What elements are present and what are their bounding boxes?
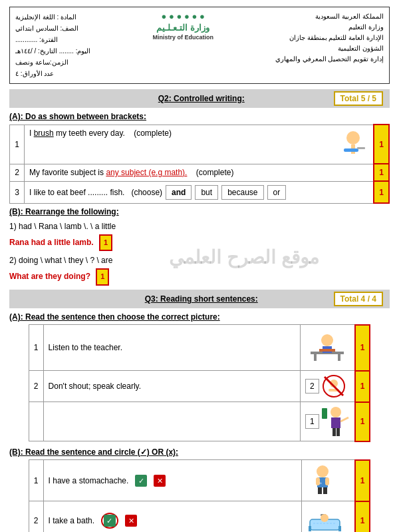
score: 1 (355, 325, 370, 371)
answer-text: any subject (e.g math). (106, 168, 187, 177)
score: 1 (355, 371, 370, 402)
q3b-table: 1 I have a stomachache. ✓ ✕ (29, 459, 371, 532)
q2-total: Total 5 / 5 (334, 91, 383, 106)
table-row: 1 I have a stomachache. ✓ ✕ (29, 460, 370, 501)
date-label: اليوم: ........ التاريخ: / /١٤٤هـ (15, 45, 90, 57)
svg-rect-23 (325, 477, 329, 485)
q2b-item1-answer: Rana had a little lamb. 1 (9, 234, 390, 252)
eval-label: إدارة تقويم التحصيل المعرفي والمهاري (275, 54, 384, 65)
svg-line-16 (340, 417, 348, 421)
score: 1 (374, 181, 389, 203)
score: 1 (355, 501, 370, 532)
svg-rect-19 (322, 408, 327, 419)
table-row: 3 I like to eat beef ......... fish. (ch… (10, 181, 390, 203)
pic-cell (301, 325, 355, 371)
choice-or: or (267, 185, 287, 200)
row-num: 3 (10, 181, 25, 203)
row-sentence: I take a bath. ✓ ✕ (43, 501, 302, 532)
svg-point-32 (321, 514, 329, 522)
header-center: ● ● ● ● ● ● وزارة التـعـلـيم Ministry of… (152, 11, 213, 41)
row-content: My favorite subject is any subject (e.g … (25, 164, 374, 181)
table-row: 2 My favorite subject is any subject (e.… (10, 164, 390, 181)
q2b-score1: 1 (99, 234, 112, 252)
q3a-title: (A): Read the sentence then choose the c… (9, 312, 390, 322)
q2b-item2-answer: What are they doing? 1 (9, 268, 390, 286)
row3-inner: 2 (305, 374, 350, 398)
svg-rect-24 (318, 487, 322, 494)
table-row: 2 I take a bath. ✓ ✕ (29, 501, 370, 532)
table-row: 1 1 (29, 402, 370, 441)
q3b-title: (B): Read the sentence and circle (✓) OR… (9, 447, 390, 457)
sentence-text: I like to eat beef ......... fish. (choo… (29, 188, 162, 197)
country-label: المملكة العربية السعودية (275, 11, 384, 22)
q2-bar: Q2: Controlled writing: Total 5 / 5 (9, 89, 390, 108)
circled-check: ✓ (101, 513, 118, 529)
choice-because: because (221, 185, 263, 200)
row-num: 1 (29, 460, 43, 501)
term-label: الفترة: ............ (15, 34, 90, 45)
svg-rect-29 (338, 526, 341, 531)
svg-rect-6 (338, 354, 340, 361)
region-label: الإدارة العامة للتعليم بمنطقة جازان (275, 33, 384, 43)
svg-rect-28 (309, 526, 311, 531)
svg-rect-17 (332, 428, 336, 436)
check-icon: ✓ (135, 475, 147, 487)
svg-point-20 (317, 465, 329, 477)
row-num: 1 (29, 325, 43, 371)
row-num: 2 (10, 164, 25, 181)
svg-rect-18 (336, 428, 340, 436)
score: 1 (374, 164, 389, 181)
pic-cell: 2 (301, 371, 355, 402)
pic-cell: ≈ (302, 460, 355, 501)
svg-text:≈: ≈ (319, 481, 322, 485)
svg-point-14 (331, 407, 341, 417)
row-content: I like to eat beef ......... fish. (choo… (25, 181, 374, 203)
svg-rect-9 (319, 349, 335, 352)
q2b-item2-prompt: 2) doing \ what \ they \ ? \ are (9, 254, 390, 268)
answer-red-text2: What are they doing? (9, 272, 90, 281)
answer-red-text: Rana had a little lamb. (9, 238, 94, 247)
row-num: 1 (10, 125, 25, 164)
svg-rect-25 (323, 487, 327, 494)
row-content: I brush my teeth every day. (complete) (25, 125, 374, 164)
score: 1 (374, 125, 389, 164)
x-icon: ✕ (154, 475, 166, 487)
papers-label: عدد الأوراق: ٤ (15, 68, 90, 79)
q3-bar: Q3: Reading short sentences: Total 4 / 4 (9, 290, 390, 308)
row-sentence: Listen to the teacher. (43, 325, 300, 371)
ministry-english: Ministry of Education (152, 34, 213, 42)
q3-title: Q3: Reading short sentences: (145, 294, 258, 304)
row-sentence: I have a stomachache. ✓ ✕ (43, 460, 302, 501)
score: 1 (355, 402, 370, 441)
time-label: الزمن:ساعة ونصف (15, 57, 90, 68)
header-left: المادة : اللغة الإنجليزية الصف: السادس ا… (15, 11, 90, 79)
table-row: 1 I brush my teeth every day. (complete)… (10, 125, 390, 164)
svg-rect-5 (314, 354, 317, 361)
dots-decoration: ● ● ● ● ● ● (152, 11, 213, 23)
table-row: 1 Listen to the teacher. 1 (29, 325, 370, 371)
q2b-content: 1) had \ Rana \ lamb \. \ a little Rana … (9, 220, 390, 286)
svg-rect-15 (331, 417, 340, 428)
q2a-title: (A): Do as shown between brackets: (9, 112, 390, 121)
pic-cell (302, 501, 355, 532)
q2-title: Q2: Controlled writing: (158, 94, 245, 103)
row3-inner-2: 1 (305, 405, 350, 437)
inner-num-2: 1 (305, 414, 319, 429)
inner-num: 2 (305, 379, 319, 394)
underlined-word: brush (34, 129, 54, 138)
row-sentence (43, 402, 300, 441)
choice-row: I like to eat beef ......... fish. (choo… (29, 185, 368, 200)
subject-label: المادة : اللغة الإنجليزية (15, 11, 90, 23)
q3a-table: 1 Listen to the teacher. 1 (29, 324, 371, 442)
q2a-table: 1 I brush my teeth every day. (complete)… (9, 124, 390, 204)
ministry-label: وزارة التعليم (275, 22, 384, 33)
q2b-title: (B): Rearrange the following: (9, 207, 390, 216)
header-right: المملكة العربية السعودية وزارة التعليم ا… (275, 11, 384, 65)
row-num: 2 (29, 371, 43, 402)
pic-cell: 1 (301, 402, 355, 441)
choice-and: and (166, 185, 192, 200)
check-icon-2: ✓ (104, 515, 116, 527)
svg-rect-3 (357, 147, 365, 149)
svg-rect-2 (344, 148, 358, 152)
svg-point-7 (321, 334, 333, 346)
